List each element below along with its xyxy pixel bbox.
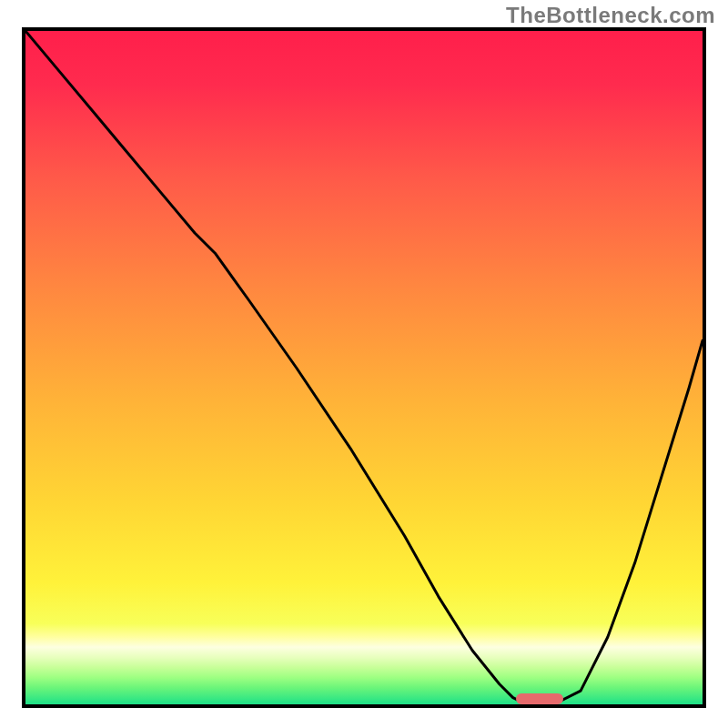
watermark-text: TheBottleneck.com (506, 3, 715, 28)
plot-area (22, 27, 706, 708)
bottleneck-curve (25, 31, 703, 704)
optimal-range-marker (516, 693, 563, 704)
chart-container: TheBottleneck.com (0, 0, 728, 728)
